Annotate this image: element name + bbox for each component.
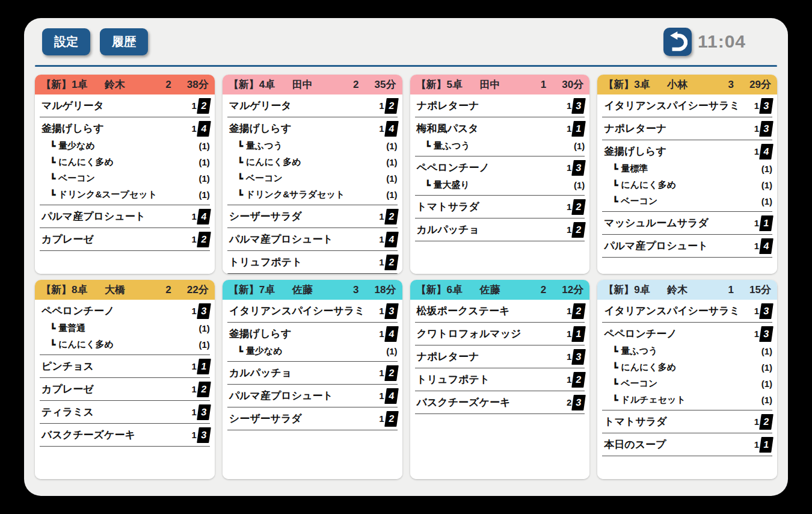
option-row: ┗ にんにく多め (1) xyxy=(40,154,210,170)
order-item-row[interactable]: ティラミス 1 3 xyxy=(40,403,210,421)
order-item-row[interactable]: ナポレターナ 1 3 xyxy=(415,96,585,115)
item-quantity: 1 xyxy=(754,241,759,251)
order-item-row[interactable]: 釜揚げしらす 1 4 xyxy=(602,142,772,161)
order-card[interactable]: 【新】5卓 田中 1 30分 ナポレターナ 1 3 梅和風パスタ 1 1 ┗ 量… xyxy=(410,75,590,274)
order-item-row[interactable]: 釜揚げしらす 1 4 xyxy=(227,324,398,343)
item-options: ┗ 量普通 (1) ┗ にんにく多め (1) xyxy=(40,320,210,353)
order-item-row[interactable]: パルマ産プロシュート 1 4 xyxy=(227,386,398,405)
server-name: 小林 xyxy=(667,78,724,91)
order-card-header: 【新】8卓 大橋 2 22分 xyxy=(35,280,215,300)
item-name: カルパッチョ xyxy=(415,223,567,237)
order-item-group: ペペロンチーノ 1 3 ┗ 量普通 (1) ┗ にんにく多め (1) xyxy=(40,300,210,355)
order-item-group: イタリアンスパイシーサラミ 1 3 xyxy=(227,300,398,323)
order-item-row[interactable]: マルゲリータ 1 2 xyxy=(227,96,398,115)
order-item-row[interactable]: ナポレターナ 1 3 xyxy=(602,119,772,138)
option-name: にんにく多め xyxy=(58,339,198,350)
elapsed-time: 12分 xyxy=(557,283,583,297)
order-item-group: イタリアンスパイシーサラミ 1 3 xyxy=(602,94,772,117)
order-item-group: 釜揚げしらす 1 4 ┗ 量ふつう (1) ┗ にんにく多め (1) ┗ ベーコ… xyxy=(227,117,398,205)
station-badge: 2 xyxy=(384,255,399,270)
order-card[interactable]: 【新】7卓 佐藤 3 18分 イタリアンスパイシーサラミ 1 3 釜揚げしらす … xyxy=(223,280,402,479)
order-item-row[interactable]: イタリアンスパイシーサラミ 1 3 xyxy=(602,96,772,115)
order-item-group: トマトサラダ 1 2 xyxy=(602,410,772,433)
topbar: 設定 履歴 11:04 xyxy=(35,18,777,65)
order-item-row[interactable]: トマトサラダ 1 2 xyxy=(415,197,585,216)
order-item-row[interactable]: カルパッチョ 1 2 xyxy=(227,364,398,382)
order-item-row[interactable]: トリュフポテト 1 2 xyxy=(227,253,398,271)
order-item-row[interactable]: バスクチーズケーキ 1 3 xyxy=(40,426,210,444)
order-item-row[interactable]: 松坂ポークステーキ 1 2 xyxy=(415,302,585,320)
return-button[interactable] xyxy=(663,28,692,56)
item-quantity: 1 xyxy=(754,123,759,134)
item-quantity: 1 xyxy=(567,329,571,339)
option-branch-icon: ┗ xyxy=(612,379,618,389)
order-item-row[interactable]: 梅和風パスタ 1 1 xyxy=(415,119,585,138)
option-branch-icon: ┗ xyxy=(425,180,431,191)
order-item-group: シーザーサラダ 1 2 xyxy=(227,407,398,430)
order-item-group: イタリアンスパイシーサラミ 1 3 xyxy=(602,300,772,323)
option-branch-icon: ┗ xyxy=(50,190,55,200)
option-quantity: (1) xyxy=(386,141,397,151)
item-quantity: 1 xyxy=(567,163,571,173)
station-badge: 3 xyxy=(759,121,774,137)
server-name: 田中 xyxy=(292,78,349,91)
order-card[interactable]: 【新】3卓 小林 3 29分 イタリアンスパイシーサラミ 1 3 ナポレターナ … xyxy=(597,75,777,274)
item-quantity: 1 xyxy=(191,384,196,394)
order-item-row[interactable]: シーザーサラダ 1 2 xyxy=(227,207,398,226)
table-label: 【新】1卓 xyxy=(41,78,105,91)
order-item-group: カプレーゼ 1 2 xyxy=(40,378,210,401)
order-item-row[interactable]: カプレーゼ 1 2 xyxy=(40,380,210,398)
history-button[interactable]: 履歴 xyxy=(100,28,148,55)
order-item-row[interactable]: イタリアンスパイシーサラミ 1 3 xyxy=(602,302,772,320)
guest-count: 2 xyxy=(162,284,171,296)
order-item-row[interactable]: パルマ産プロシュート 1 4 xyxy=(40,207,210,226)
order-item-row[interactable]: バスクチーズケーキ 2 3 xyxy=(415,393,585,412)
order-item-row[interactable]: カプレーゼ 1 2 xyxy=(40,230,210,249)
order-item-row[interactable]: マッシュルームサラダ 1 1 xyxy=(602,214,772,232)
item-name: ペペロンチーノ xyxy=(415,161,567,175)
order-card[interactable]: 【新】1卓 鈴木 2 38分 マルゲリータ 1 2 釜揚げしらす 1 4 ┗ 量… xyxy=(35,75,215,274)
order-item-row[interactable]: シーザーサラダ 1 2 xyxy=(227,409,398,428)
order-item-group: パルマ産プロシュート 1 4 xyxy=(227,385,398,407)
order-item-row[interactable]: ペペロンチーノ 1 3 xyxy=(415,158,585,177)
item-name: シーザーサラダ xyxy=(227,209,379,223)
order-item-group: ナポレターナ 1 3 xyxy=(415,345,585,368)
order-item-row[interactable]: 釜揚げしらす 1 4 xyxy=(227,119,398,138)
item-name: ペペロンチーノ xyxy=(602,327,754,341)
order-card[interactable]: 【新】4卓 田中 2 35分 マルゲリータ 1 2 釜揚げしらす 1 4 ┗ 量… xyxy=(223,75,402,274)
order-item-row[interactable]: カルパッチョ 1 2 xyxy=(415,220,585,239)
station-badge: 4 xyxy=(384,121,399,137)
order-item-row[interactable]: パルマ産プロシュート 1 4 xyxy=(602,237,772,255)
option-quantity: (1) xyxy=(198,141,209,151)
order-item-row[interactable]: トリュフポテト 1 2 xyxy=(415,370,585,389)
order-item-row[interactable]: ナポレターナ 1 3 xyxy=(415,347,585,366)
elapsed-time: 30分 xyxy=(557,78,583,91)
settings-button[interactable]: 設定 xyxy=(42,28,90,55)
order-item-row[interactable]: トマトサラダ 1 2 xyxy=(602,412,772,431)
order-item-row[interactable]: ピンチョス 1 1 xyxy=(40,357,210,376)
option-branch-icon: ┗ xyxy=(612,164,618,175)
order-item-row[interactable]: パルマ産プロシュート 1 4 xyxy=(227,230,398,249)
order-item-row[interactable]: ペペロンチーノ 1 3 xyxy=(40,302,210,320)
order-card[interactable]: 【新】6卓 佐藤 2 12分 松坂ポークステーキ 1 2 クワトロフォルマッジ … xyxy=(410,280,590,479)
order-item-row[interactable]: 本日のスープ 1 1 xyxy=(602,435,772,454)
item-name: トマトサラダ xyxy=(602,415,754,429)
option-quantity: (1) xyxy=(198,173,209,184)
clock: 11:04 xyxy=(698,31,746,52)
table-label: 【新】9卓 xyxy=(603,283,667,297)
order-item-row[interactable]: ペペロンチーノ 1 3 xyxy=(602,324,772,343)
order-item-row[interactable]: マルゲリータ 1 2 xyxy=(40,96,210,115)
station-badge: 4 xyxy=(384,326,399,342)
order-card[interactable]: 【新】8卓 大橋 2 22分 ペペロンチーノ 1 3 ┗ 量普通 (1) ┗ に… xyxy=(35,280,215,479)
order-item-group: ペペロンチーノ 1 3 ┗ 量大盛り (1) xyxy=(415,156,585,196)
order-item-group: 松坂ポークステーキ 1 2 xyxy=(415,300,585,323)
order-item-row[interactable]: クワトロフォルマッジ 1 1 xyxy=(415,324,585,343)
item-name: トリュフポテト xyxy=(415,373,567,386)
option-quantity: (1) xyxy=(761,180,772,190)
item-name: カプレーゼ xyxy=(40,382,191,396)
table-label: 【新】8卓 xyxy=(41,283,105,297)
table-label: 【新】7卓 xyxy=(229,283,292,297)
order-item-row[interactable]: イタリアンスパイシーサラミ 1 3 xyxy=(227,302,398,320)
order-item-row[interactable]: 釜揚げしらす 1 4 xyxy=(40,119,210,138)
order-card[interactable]: 【新】9卓 鈴木 1 15分 イタリアンスパイシーサラミ 1 3 ペペロンチーノ… xyxy=(597,280,777,479)
